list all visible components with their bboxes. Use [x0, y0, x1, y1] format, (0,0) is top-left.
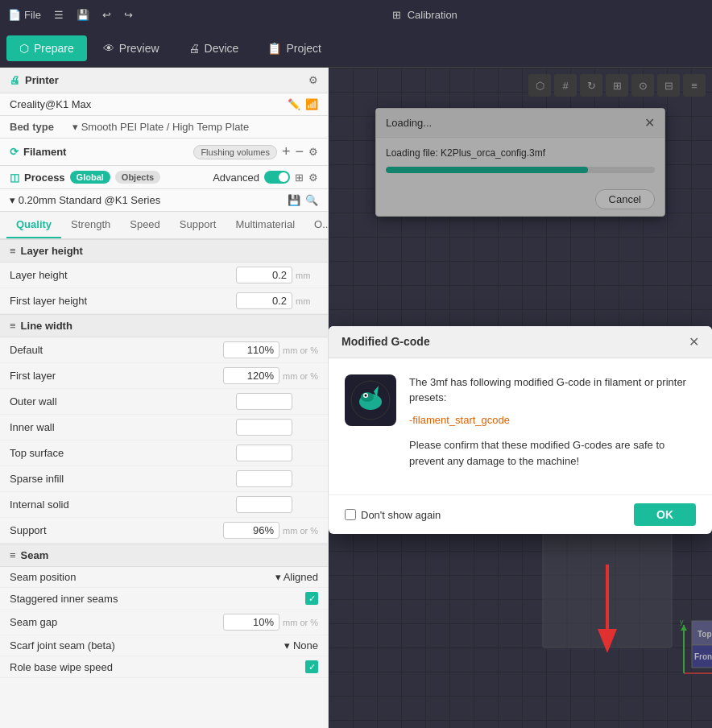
process-label: ◫ Process Global Objects: [10, 171, 160, 184]
modal-close-button[interactable]: ✕: [689, 334, 699, 350]
nav-preview[interactable]: 👁 Preview: [90, 35, 172, 61]
advanced-label: Advanced: [213, 172, 259, 184]
dont-show-checkbox[interactable]: [345, 509, 356, 520]
calibration-label: ⊞ Calibration: [392, 9, 457, 21]
inner-wall-row: Inner wall: [0, 415, 328, 441]
nav-project[interactable]: 📋 Project: [255, 35, 334, 61]
support-row: Support mm or %: [0, 518, 328, 544]
svg-point-23: [365, 394, 367, 396]
outer-wall-input[interactable]: [236, 393, 292, 410]
tab-other[interactable]: O...: [304, 212, 329, 238]
internal-solid-input[interactable]: [236, 496, 292, 513]
inner-wall-label: Inner wall: [10, 421, 236, 433]
tab-multimaterial[interactable]: Multimaterial: [226, 212, 304, 238]
seam-gap-row: Seam gap mm or %: [0, 610, 328, 635]
scarf-joint-row: Scarf joint seam (beta) ▾ None: [0, 635, 328, 656]
seam-group: ≡ Seam: [0, 544, 328, 567]
nav-prepare[interactable]: ⬡ Prepare: [6, 35, 87, 61]
remove-filament-icon[interactable]: −: [295, 143, 304, 160]
settings-icon[interactable]: ⚙: [308, 74, 318, 86]
printer-icons: ⚙: [308, 74, 318, 86]
device-icon: 🖨: [188, 42, 200, 55]
filament-settings-icon[interactable]: ⚙: [308, 146, 318, 158]
support-label: Support: [10, 524, 223, 536]
global-tag[interactable]: Global: [70, 171, 110, 184]
printer-section-header: 🖨 Printer ⚙: [0, 68, 328, 93]
file-icon: 📄: [8, 9, 21, 21]
first-layer-height-row: First layer height mm: [0, 288, 328, 314]
objects-tag[interactable]: Objects: [115, 171, 160, 184]
printer-device-row: Creality@K1 Max ✏️ 📶: [0, 93, 328, 116]
seam-position-row: Seam position ▾ Aligned: [0, 567, 328, 588]
dont-show-label: Don't show again: [361, 509, 441, 521]
seam-gap-input[interactable]: [223, 614, 279, 631]
settings-area: ≡ Layer height Layer height mm First lay…: [0, 239, 328, 728]
undo-button[interactable]: ↩: [102, 9, 111, 21]
profile-search-icon[interactable]: 🔍: [305, 194, 318, 206]
modal-highlight: -filament_start_gcode: [409, 412, 696, 428]
profile-save-icon[interactable]: 💾: [288, 194, 300, 206]
flushing-volumes-button[interactable]: Flushing volumes: [193, 145, 277, 159]
first-layer-line-input[interactable]: [223, 367, 279, 384]
internal-solid-label: Internal solid: [10, 498, 236, 511]
default-line-unit: mm or %: [283, 345, 318, 355]
save-icon: 💾: [77, 9, 89, 21]
process-row: ◫ Process Global Objects Advanced ⊞ ⚙: [0, 166, 328, 189]
edit-menu[interactable]: ☰: [54, 9, 64, 21]
file-menu[interactable]: 📄 File: [8, 9, 41, 21]
filament-icon: ⟳: [10, 146, 19, 158]
modal-body: The 3mf has following modified G-code in…: [329, 358, 712, 495]
tab-speed[interactable]: Speed: [120, 212, 170, 238]
ok-button[interactable]: OK: [634, 503, 696, 526]
nav-device[interactable]: 🖨 Device: [176, 35, 252, 61]
inner-wall-input[interactable]: [236, 419, 292, 436]
sparse-infill-input[interactable]: [236, 470, 292, 487]
tab-quality[interactable]: Quality: [6, 212, 61, 238]
edit-printer-icon[interactable]: ✏️: [288, 98, 300, 110]
process-settings-icon[interactable]: ⚙: [308, 172, 318, 184]
sparse-infill-label: Sparse infill: [10, 473, 236, 485]
staggered-seams-checkbox[interactable]: [305, 592, 318, 605]
first-layer-height-unit: mm: [296, 296, 318, 306]
first-layer-line-label: First layer: [10, 370, 223, 382]
seam-position-dropdown[interactable]: ▾ Aligned: [275, 571, 318, 583]
save-button[interactable]: 💾: [77, 9, 89, 21]
line-width-icon: ≡: [10, 320, 16, 332]
redo-button[interactable]: ↪: [124, 9, 133, 21]
internal-solid-row: Internal solid: [0, 492, 328, 518]
modal-text: The 3mf has following modified G-code in…: [409, 374, 696, 479]
top-surface-input[interactable]: [236, 445, 292, 461]
filament-label: ⟳ Filament: [10, 146, 66, 158]
modal-overlay: Modified G-code ✕: [329, 68, 712, 728]
advanced-toggle[interactable]: [264, 171, 290, 184]
staggered-seams-row: Staggered inner seams: [0, 588, 328, 610]
tab-strength[interactable]: Strength: [61, 212, 120, 238]
tab-support[interactable]: Support: [170, 212, 226, 238]
seam-position-label: Seam position: [10, 571, 275, 583]
process-extra-icon[interactable]: ⊞: [295, 172, 304, 184]
profile-name[interactable]: ▾ 0.20mm Standard @K1 Series: [10, 194, 160, 206]
scarf-joint-dropdown[interactable]: ▾ None: [284, 639, 318, 651]
group-icon: ≡: [10, 245, 16, 257]
layer-height-unit: mm: [296, 271, 318, 280]
role-base-wipe-checkbox[interactable]: [305, 660, 318, 673]
support-input[interactable]: [223, 522, 279, 539]
first-layer-height-input[interactable]: [236, 292, 292, 309]
printer-device-name: Creality@K1 Max: [10, 98, 91, 110]
seam-gap-unit: mm or %: [283, 618, 318, 627]
modal-title: Modified G-code: [342, 335, 430, 348]
top-surface-row: Top surface: [0, 441, 328, 466]
bed-type-row: Bed type ▾ Smooth PEI Plate / High Temp …: [0, 116, 328, 139]
add-filament-icon[interactable]: +: [282, 143, 291, 160]
default-line-input[interactable]: [223, 341, 279, 358]
quality-tabs: Quality Strength Speed Support Multimate…: [0, 212, 328, 239]
layer-height-input[interactable]: [236, 267, 292, 283]
nav-bar: ⬡ Prepare 👁 Preview 🖨 Device 📋 Project: [0, 29, 712, 68]
bed-type-value[interactable]: ▾ Smooth PEI Plate / High Temp Plate: [72, 121, 249, 133]
line-width-group: ≡ Line width: [0, 314, 328, 337]
wifi-icon: 📶: [305, 98, 318, 110]
outer-wall-row: Outer wall: [0, 389, 328, 415]
first-layer-line-row: First layer mm or %: [0, 363, 328, 389]
printer-icon: 🖨: [10, 74, 20, 86]
default-line-label: Default: [10, 344, 223, 356]
